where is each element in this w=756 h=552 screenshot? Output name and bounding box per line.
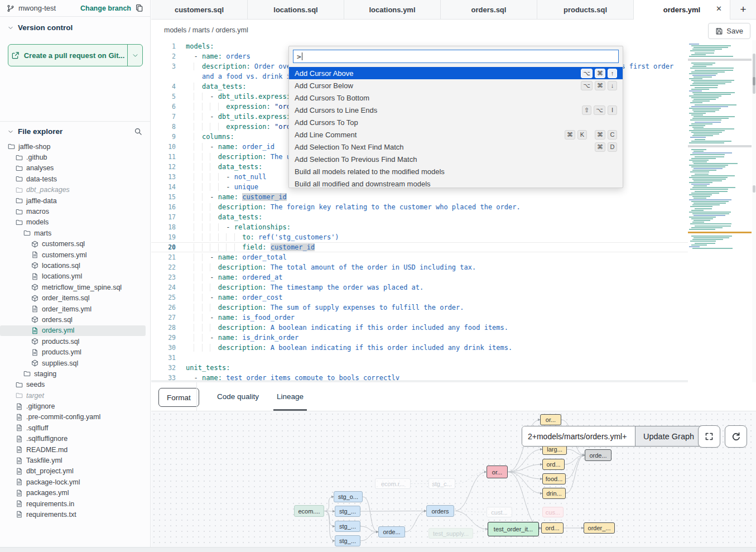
refresh-icon[interactable]: [725, 425, 747, 448]
lineage-node-orpink[interactable]: or...: [487, 465, 508, 478]
lineage-node-stg_3[interactable]: stg_...: [335, 521, 360, 532]
file-tree-item-marts[interactable]: marts: [0, 228, 146, 238]
code-line-31[interactable]: 31: [151, 353, 688, 363]
file-tree-item-jaffle-shop[interactable]: jaffle-shop: [0, 141, 146, 152]
lineage-node-stg_2[interactable]: stg_...: [335, 506, 360, 517]
lineage-node-ecom1[interactable]: ecom....: [294, 505, 324, 517]
tab-lineage[interactable]: Lineage: [273, 382, 307, 411]
file-tree-item-metricflow_time_spine.sql[interactable]: metricflow_time_spine.sql: [0, 282, 146, 292]
file-tree-item-macros[interactable]: macros: [0, 206, 146, 217]
change-branch-link[interactable]: Change branch: [80, 4, 131, 12]
code-line-21[interactable]: 21 - name: order_total: [151, 252, 688, 262]
search-icon[interactable]: [134, 127, 142, 136]
new-tab-button[interactable]: +: [730, 0, 756, 19]
file-tree-item-supplies.sql[interactable]: supplies.sql: [0, 358, 146, 368]
update-graph-button[interactable]: Update Graph: [635, 426, 702, 446]
command-item[interactable]: Add Line Comment⌘K⌘C: [289, 128, 623, 141]
file-tree-item-products.sql[interactable]: products.sql: [0, 336, 146, 347]
code-line-22[interactable]: 22 description: The total amount of the …: [151, 262, 688, 272]
file-tree-item-order_items.yml[interactable]: order_items.yml: [0, 304, 146, 314]
lineage-node-food[interactable]: food...: [542, 473, 566, 484]
lineage-node-testoi[interactable]: test_order_it...: [488, 522, 539, 536]
code-line-27[interactable]: 27 - name: is_food_order: [151, 313, 688, 323]
command-item[interactable]: Add Cursors To Bottom: [289, 92, 623, 104]
file-tree-item-requirements.in[interactable]: requirements.in: [0, 498, 146, 509]
code-line-23[interactable]: 23 - name: ordered_at: [151, 272, 688, 282]
code-line-24[interactable]: 24 description: The timestamp the order …: [151, 282, 688, 292]
file-tree-item-order_items.sql[interactable]: order_items.sql: [0, 292, 146, 303]
file-tree-item-packages.yml[interactable]: packages.yml: [0, 488, 146, 498]
code-line-29[interactable]: 29 - name: is_drink_order: [151, 333, 688, 343]
file-tree-item-.sqlfluffignore[interactable]: .sqlfluffignore: [0, 434, 146, 444]
file-tree-item-README.md[interactable]: README.md: [0, 444, 146, 455]
code-line-20[interactable]: 20 field: customer_id: [151, 242, 688, 252]
file-tree-item-orders.sql[interactable]: orders.sql: [0, 314, 146, 325]
copy-icon[interactable]: [135, 4, 143, 12]
file-tree-item-requirements.txt[interactable]: requirements.txt: [0, 509, 146, 520]
command-item[interactable]: Build all models related to the modified…: [289, 165, 623, 177]
lineage-node-order3[interactable]: order_...: [584, 522, 615, 534]
code-line-18[interactable]: 18 - relationships:: [151, 222, 688, 232]
file-tree-item-orders.yml[interactable]: orders.yml: [0, 325, 146, 336]
file-tree-item-.github[interactable]: .github: [0, 152, 146, 162]
command-item[interactable]: Add Cursors To Top: [289, 116, 623, 128]
code-line-16[interactable]: 16 description: The foreign key relating…: [151, 202, 688, 212]
create-pull-request-button[interactable]: Create a pull request on Git...: [8, 44, 143, 66]
lineage-node-stg_o[interactable]: stg_o...: [334, 491, 363, 502]
file-tree-item-products.yml[interactable]: products.yml: [0, 347, 146, 357]
lineage-node-oryel[interactable]: or...: [540, 414, 561, 425]
lineage-node-cust[interactable]: cust...: [487, 507, 512, 517]
tab-code-quality[interactable]: Code quality: [214, 382, 262, 411]
file-tree-item-Taskfile.yml[interactable]: Taskfile.yml: [0, 455, 146, 465]
file-tree-item-dbt_project.yml[interactable]: dbt_project.yml: [0, 466, 146, 477]
code-line-32[interactable]: 32unit_tests:: [151, 363, 688, 373]
lineage-node-stg_4[interactable]: stg_...: [335, 535, 360, 546]
file-tree-item-staging[interactable]: staging: [0, 368, 146, 379]
command-item[interactable]: Build all modified and downstream models: [289, 177, 623, 190]
editor-scrollbar[interactable]: [752, 40, 756, 382]
file-tree-item-dbt_packages[interactable]: dbt_packages: [0, 185, 146, 195]
lineage-node-ecomr[interactable]: ecom.r...: [375, 478, 411, 489]
pr-button-dropdown[interactable]: [128, 45, 142, 66]
file-tree-item-package-lock.yml[interactable]: package-lock.yml: [0, 477, 146, 487]
version-control-header[interactable]: Version control: [0, 17, 150, 34]
command-item[interactable]: Add Cursors to Line Ends⇧⌥I: [289, 104, 623, 116]
file-tree-item-target[interactable]: target: [0, 390, 146, 401]
lineage-node-drin[interactable]: drin...: [542, 488, 566, 499]
code-line-26[interactable]: 26 description: The sum of supply expens…: [151, 303, 688, 313]
code-line-28[interactable]: 28 description: A boolean indicating if …: [151, 323, 688, 333]
lineage-node-orders[interactable]: orders: [426, 505, 454, 517]
lineage-node-ord2[interactable]: ord...: [541, 522, 564, 534]
close-icon[interactable]: ✕: [716, 4, 722, 13]
lineage-selector-input[interactable]: [522, 426, 635, 446]
tab-products.sql[interactable]: products.sql: [537, 0, 634, 19]
file-tree-item-.gitignore[interactable]: .gitignore: [0, 401, 146, 411]
command-item[interactable]: Add Selection To Next Find Match⌘D: [289, 141, 623, 153]
file-tree-item-analyses[interactable]: analyses: [0, 163, 146, 174]
code-line-30[interactable]: 30 description: A boolean indicating if …: [151, 343, 688, 353]
file-tree-item-seeds[interactable]: seeds: [0, 380, 146, 390]
code-line-17[interactable]: 17 data_tests:: [151, 212, 688, 222]
lineage-node-ord1[interactable]: ord...: [542, 459, 565, 470]
file-tree-item-data-tests[interactable]: data-tests: [0, 174, 146, 184]
file-tree-item-locations.sql[interactable]: locations.sql: [0, 260, 146, 271]
save-button[interactable]: Save: [708, 23, 750, 39]
tab-locations.yml[interactable]: locations.yml: [344, 0, 441, 19]
file-tree-item-locations.yml[interactable]: locations.yml: [0, 271, 146, 282]
file-tree-item-models[interactable]: models: [0, 217, 146, 228]
tab-locations.sql[interactable]: locations.sql: [248, 0, 344, 19]
tab-orders.sql[interactable]: orders.sql: [441, 0, 537, 19]
lineage-node-testsup[interactable]: test_supply...: [428, 528, 473, 539]
command-item[interactable]: Add Selection To Previous Find Match: [289, 153, 623, 165]
lineage-node-orde1[interactable]: orde...: [378, 526, 405, 537]
lineage-node-cusf[interactable]: cus...: [542, 507, 564, 517]
command-item[interactable]: Add Cursor Below⌥⌘↓: [289, 79, 623, 92]
code-line-19[interactable]: 19 to: ref('stg_customers'): [151, 232, 688, 242]
lineage-canvas[interactable]: ecom....stg_o...stg_...stg_...stg_...ord…: [151, 411, 756, 547]
file-tree-item-customers.sql[interactable]: customers.sql: [0, 239, 146, 249]
lineage-node-stgc[interactable]: stg_c...: [428, 478, 455, 489]
file-tree-item-.pre-commit-config.yaml[interactable]: .pre-commit-config.yaml: [0, 412, 146, 423]
minimap[interactable]: [688, 44, 752, 251]
file-tree-item-customers.yml[interactable]: customers.yml: [0, 249, 146, 260]
code-line-15[interactable]: 15 - name: customer_id: [151, 192, 688, 202]
